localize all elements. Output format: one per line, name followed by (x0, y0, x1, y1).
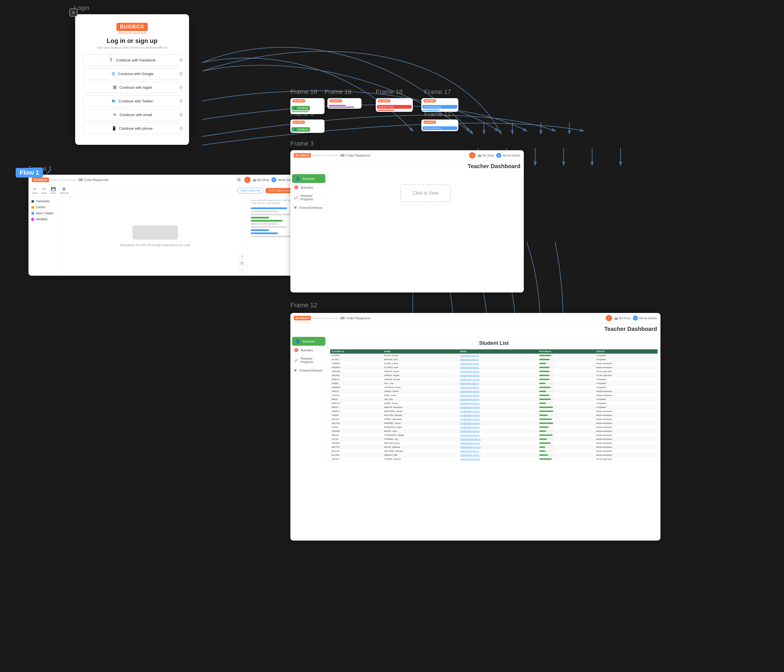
teacher-bot-shop-12[interactable]: 🤖 Bot Shop (614, 317, 630, 320)
output-line-8 (251, 229, 269, 231)
table-row[interactable]: ANDR04 FLORES, Andr flo@student.edu.au N… (330, 366, 658, 369)
google-icon: G (111, 71, 116, 76)
table-row[interactable]: ACK19 ROBINSON, Aiden rob@student.edu.au… (330, 425, 658, 429)
clear-btn[interactable]: 🗑 Clear All (60, 187, 68, 194)
table-row[interactable]: AMEL07 HARRIS, Amelia har@student.edu.au… (330, 377, 658, 382)
teacher-user-12[interactable]: N Nicola Gaston (633, 315, 657, 321)
col-status: STATUS (595, 349, 658, 354)
nav-freeze-12[interactable]: ❄ Freeze/Unfreeze (290, 366, 327, 375)
blocks-canvas[interactable]: Drag blocks from the left to begin assem… (63, 196, 248, 276)
cell-name: RAMIREZ, Jacob (383, 421, 459, 425)
zoom-controls: + ⊡ − (239, 253, 245, 273)
teacher-playground-label-12: ⌨ Code Playground (340, 317, 370, 320)
table-row[interactable]: CHAR03 CLARK, Olivia cla@student.edu.au … (330, 362, 658, 366)
bot-shop-btn[interactable]: 🤖 Bot Shop (253, 178, 269, 182)
nav-students-3[interactable]: 👤 Students (292, 174, 325, 183)
select-serial-btn[interactable]: Select Serial Port (237, 188, 264, 194)
save-btn[interactable]: 💾 Save (51, 187, 56, 194)
table-row[interactable]: OLIV02 BROWN, Olivi oli@student.edu.au C… (330, 358, 658, 362)
output-line-7 (251, 226, 287, 228)
cell-id: ECAR01 (330, 354, 383, 358)
code-playground-frame: BUGBOX Robotics for School Kids ⌨ Code P… (28, 175, 299, 276)
email-login-btn[interactable]: ✉ Continue with email (83, 109, 181, 120)
cell-name: HILL, Zoe (383, 382, 459, 385)
table-row[interactable]: HAN16 NGUYEN, Hannah ngu@student.edu.au … (330, 413, 658, 417)
connector-dot (180, 113, 182, 116)
table-row[interactable]: OAK10 JONES, Daniel jon@student.edu.au N… (330, 390, 658, 393)
teacher-notif-btn-3[interactable]: ! (469, 152, 475, 158)
teacher-topbar-right-12: ! 🤖 Bot Shop N Nicola Gaston (606, 315, 657, 321)
cell-name: MARTIN, Benjamin (383, 405, 459, 410)
bot-icon-12: 🤖 (614, 317, 618, 320)
cell-id: JAME15 (330, 410, 383, 413)
apple-login-btn[interactable]: ⌘ Continue with Apple (83, 82, 181, 93)
flow-badge: Flow 1 (16, 168, 43, 177)
table-row[interactable]: JACK06 GREEN, Harper gre@student.edu.au … (330, 374, 658, 377)
table-row[interactable]: GRAC13 LEWIS, Grace lew@student.edu.au C… (330, 402, 658, 405)
cell-status: Needs Assistance (595, 425, 658, 429)
zoom-out-btn[interactable]: − (239, 267, 245, 273)
connector-dot (180, 127, 182, 130)
teacher-user-3[interactable]: N Nicola Gaston (496, 153, 520, 158)
nav-activities-3[interactable]: 🎯 Activities (290, 183, 327, 192)
cell-email: per@student.edu.au (459, 417, 537, 421)
notifications-btn[interactable]: ! (244, 177, 250, 183)
google-login-btn[interactable]: G Continue with Google (83, 68, 181, 79)
table-row[interactable]: EMMA09 JOHNSON, Emm joh@student.edu.au C… (330, 385, 658, 390)
teacher-notif-btn-12[interactable]: ! (606, 315, 612, 321)
table-row[interactable]: JAME15 MARTINEZ, James mrt@student.edu.a… (330, 410, 658, 413)
cell-name: GREEN, Harper (383, 374, 459, 377)
click-to-view-3[interactable]: Click to View (401, 185, 450, 202)
chevron-right-icon2: › (59, 206, 59, 209)
sidebar-comments[interactable]: Comments › (28, 198, 62, 204)
redo-btn[interactable]: ↪ Redo (41, 187, 47, 194)
output-line-5 (251, 220, 282, 222)
table-row[interactable]: ALEX17 PEREZ, Alexander per@student.edu.… (330, 417, 658, 421)
teacher-bot-shop-3[interactable]: 🤖 Bot Shop (478, 154, 494, 157)
table-row[interactable]: LUCA11 KING, Lucas kin@student.edu.au Ne… (330, 393, 658, 397)
sidebar-variables[interactable]: Variables › (28, 216, 62, 222)
twitter-login-btn[interactable]: 🐦 Continue with Twitter (83, 95, 181, 107)
cell-id: MIA12 (330, 397, 383, 402)
nav-freeze-3[interactable]: ❄ Freeze/Unfreeze (290, 203, 327, 212)
table-row[interactable]: MIA12 LEE, Mia lee@student.edu.au Comple… (330, 397, 658, 402)
connector-dot (180, 59, 182, 62)
table-row[interactable]: JOHN20 WHITE, John whi@student.edu.au Ne… (330, 429, 658, 433)
sidebar-io[interactable]: Input / Output › (28, 210, 62, 216)
phone-login-btn[interactable]: 📱 Continue with phone (83, 123, 181, 134)
table-row[interactable]: JACO18 RAMIREZ, Jacob ram@student.edu.au… (330, 421, 658, 425)
cell-name: CLARK, Olivia (383, 362, 459, 366)
student-list-content: Student List STUDENT ID NAME EMAIL PROGR… (327, 335, 660, 464)
table-row[interactable]: MATT24 WHITE, Matthew whi2@student.edu.a… (330, 445, 658, 449)
nav-activities-12[interactable]: 🎯 Activities (290, 346, 327, 354)
connector-dot (180, 99, 182, 102)
table-row[interactable]: ABIG21 THOMPSON, Abigail tho@student.edu… (330, 433, 658, 437)
save-icon: 💾 (51, 187, 56, 191)
table-row[interactable]: ECAR01 ALLEN, Nicola nic@student.edu.au … (330, 354, 658, 358)
zoom-in-btn[interactable]: + (239, 253, 245, 259)
table-row[interactable]: JACK27 YOUNG, Jackson you@student.edu.au… (330, 457, 658, 461)
sidebar-control[interactable]: Control › (28, 204, 62, 210)
zoom-fit-btn[interactable]: ⊡ (239, 260, 245, 266)
cell-name: NGUYEN, Hannah (383, 413, 459, 417)
nav-students-12[interactable]: 👤 Students (292, 337, 325, 346)
table-row[interactable]: REN14 MARTIN, Benjamin mar@student.edu.a… (330, 405, 658, 410)
control-icon (31, 206, 34, 209)
nav-reports-3[interactable]: 📈 Reports/ Progress (290, 192, 327, 203)
cell-status: Needs Assistance (595, 393, 658, 397)
facebook-login-btn[interactable]: f Continue with Facebook (83, 54, 181, 66)
table-row[interactable]: SOPH05 GARCIA, Sophi gar@student.edu.au … (330, 369, 658, 374)
table-row[interactable]: LILY22 THOMAS, Lily tho2@student.edu.au … (330, 437, 658, 441)
mini-topbar-16: BUGBOX (290, 98, 325, 104)
table-row[interactable]: MICH25 WILLIAMS, Michael wil@student.edu… (330, 449, 658, 453)
mini-students-8: 👤 Students (291, 127, 310, 132)
gear-button[interactable]: ⚙ (236, 177, 242, 183)
table-row[interactable]: ELLA26 WRIGHT, Ella wri@student.edu.au N… (330, 453, 658, 457)
teacher-nav-12: 👤 Students 🎯 Activities 📈 Reports/ Progr… (290, 335, 327, 464)
undo-btn[interactable]: ↩ Undo (32, 187, 37, 194)
nav-reports-12[interactable]: 📈 Reports/ Progress (290, 354, 327, 366)
cell-name: MARTINEZ, James (383, 410, 459, 413)
table-row[interactable]: ZOE08 HILL, Zoe hil@student.edu.au Compl… (330, 382, 658, 385)
cell-status: Completed (595, 354, 658, 358)
table-row[interactable]: AVER23 WALKER, Avery wal@student.edu.au … (330, 441, 658, 445)
